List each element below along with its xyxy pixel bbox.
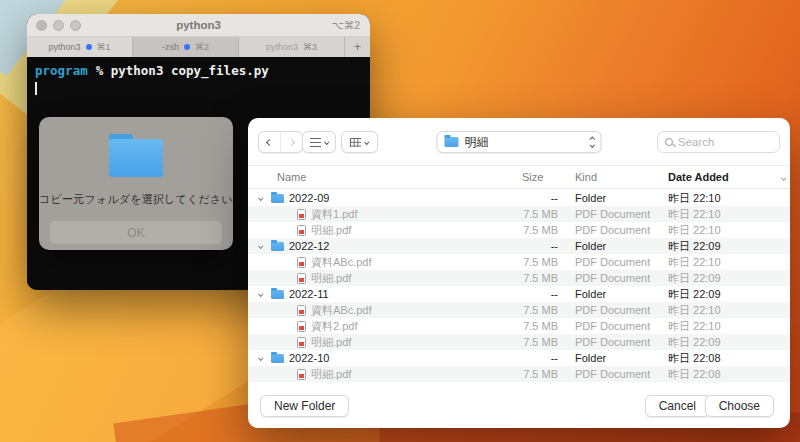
date-added-cell: 昨日 22:09 [668,335,721,350]
cancel-button[interactable]: Cancel [645,395,710,417]
size-cell: -- [478,288,558,300]
terminal-titlebar[interactable]: python3 ⌥⌘2 [27,14,370,37]
column-header-date-added[interactable]: Date Added [668,171,729,183]
date-added-cell: 昨日 22:10 [668,255,721,270]
list-view-icon [310,138,321,147]
chevron-down-icon[interactable] [256,356,266,360]
group-view-button[interactable] [341,131,378,153]
nav-buttons [258,131,303,153]
stepper-icon [590,138,594,147]
date-added-cell: 昨日 22:08 [668,351,721,366]
kind-cell: PDF Document [575,320,650,332]
name-cell: 明細.pdf [248,367,488,382]
folder-icon [271,354,284,363]
size-cell: 7.5 MB [478,272,558,284]
folder-icon [445,137,459,147]
back-button[interactable] [259,132,280,152]
size-cell: 7.5 MB [478,256,558,268]
table-row[interactable]: 2022-11 -- Folder 昨日 22:09 [248,286,790,302]
terminal-output-line: program% python3 copy_files.py [35,63,362,80]
column-header-name[interactable]: Name [277,171,306,183]
size-cell: 7.5 MB [478,336,558,348]
name-cell: 資料1.pdf [248,207,488,222]
terminal-tab-bar: python3 ⌘1 -zsh ⌘2 python3 ⌘3 + [27,37,370,57]
kind-cell: Folder [575,288,606,300]
tab-activity-dot [86,44,92,50]
name-cell: 2022-09 [248,192,488,204]
ok-button[interactable]: OK [50,221,222,244]
date-added-cell: 昨日 22:10 [668,207,721,222]
size-cell: 7.5 MB [478,208,558,220]
table-row[interactable]: 2022-12 -- Folder 昨日 22:09 [248,238,790,254]
name-cell: 資料2.pdf [248,319,488,334]
table-row[interactable]: 資料ABc.pdf 7.5 MB PDF Document 昨日 22:10 [248,254,790,270]
toolbar: 明細 [248,131,790,154]
table-row[interactable]: 明細.pdf 7.5 MB PDF Document 昨日 22:08 [248,366,790,382]
kind-cell: PDF Document [575,304,650,316]
table-row[interactable]: 2022-10 -- Folder 昨日 22:08 [248,350,790,366]
terminal-tab[interactable]: python3 ⌘3 [239,37,345,57]
terminal-tab[interactable]: -zsh ⌘2 [133,37,239,57]
chevron-down-icon [365,140,370,145]
chevron-down-icon[interactable] [256,292,266,296]
terminal-cursor [35,82,37,95]
pdf-file-icon [297,209,306,220]
table-row[interactable]: 明細.pdf 7.5 MB PDF Document 昨日 22:09 [248,334,790,350]
date-added-cell: 昨日 22:10 [668,223,721,238]
desktop: python3 ⌥⌘2 python3 ⌘1 -zsh ⌘2 python3 ⌘… [0,0,800,442]
date-added-cell: 昨日 22:08 [668,367,721,382]
table-row[interactable]: 資料1.pdf 7.5 MB PDF Document 昨日 22:10 [248,206,790,222]
date-added-cell: 昨日 22:10 [668,319,721,334]
table-row[interactable]: 明細.pdf 7.5 MB PDF Document 昨日 22:10 [248,222,790,238]
name-cell: 明細.pdf [248,271,488,286]
file-name: 2022-09 [289,192,329,204]
file-name: 明細.pdf [311,271,351,286]
chevron-down-icon[interactable] [256,196,266,200]
window-shortcut-label: ⌥⌘2 [332,19,360,31]
file-name: 明細.pdf [311,335,351,350]
column-header-kind[interactable]: Kind [575,171,597,183]
new-tab-button[interactable]: + [345,37,370,57]
kind-cell: Folder [575,192,606,204]
tab-shortcut: ⌘1 [97,42,111,52]
terminal-command: % python3 copy_files.py [96,63,269,78]
kind-cell: PDF Document [575,336,650,348]
current-folder-dropdown[interactable]: 明細 [437,131,602,153]
list-view-button[interactable] [302,131,336,153]
table-row[interactable]: 資料ABc.pdf 7.5 MB PDF Document 昨日 22:10 [248,302,790,318]
file-name: 資料2.pdf [311,319,357,334]
column-header-size[interactable]: Size [522,171,543,183]
alert-dialog: コピー元フォルダを選択してください OK [39,117,233,250]
file-name: 2022-11 [289,288,329,300]
name-cell: 資料ABc.pdf [248,303,488,318]
new-folder-button[interactable]: New Folder [260,395,349,417]
size-cell: -- [478,240,558,252]
search-input[interactable] [678,136,772,148]
choose-button[interactable]: Choose [705,395,774,417]
table-row[interactable]: 資料2.pdf 7.5 MB PDF Document 昨日 22:10 [248,318,790,334]
pdf-file-icon [297,257,306,268]
chevron-down-icon[interactable] [256,244,266,248]
forward-button[interactable] [280,132,302,152]
kind-cell: PDF Document [575,272,650,284]
group-view-icon [350,138,361,147]
chevron-left-icon [266,138,273,145]
table-row[interactable]: 明細.pdf 7.5 MB PDF Document 昨日 22:09 [248,270,790,286]
file-name: 2022-10 [289,352,329,364]
date-added-cell: 昨日 22:10 [668,303,721,318]
search-field[interactable] [657,131,780,153]
folder-icon [271,290,284,299]
name-cell: 2022-10 [248,352,488,364]
date-added-cell: 昨日 22:09 [668,239,721,254]
table-row[interactable]: 2022-09 -- Folder 昨日 22:10 [248,190,790,206]
tab-label: python3 [48,42,80,52]
date-added-cell: 昨日 22:10 [668,191,721,206]
pdf-file-icon [297,369,306,380]
file-name: 資料ABc.pdf [311,255,372,270]
size-cell: 7.5 MB [478,320,558,332]
size-cell: 7.5 MB [478,368,558,380]
column-headers: Name Size Kind Date Added [248,165,790,189]
chevron-right-icon [288,138,295,145]
folder-icon [109,139,163,177]
terminal-tab[interactable]: python3 ⌘1 [27,37,133,57]
